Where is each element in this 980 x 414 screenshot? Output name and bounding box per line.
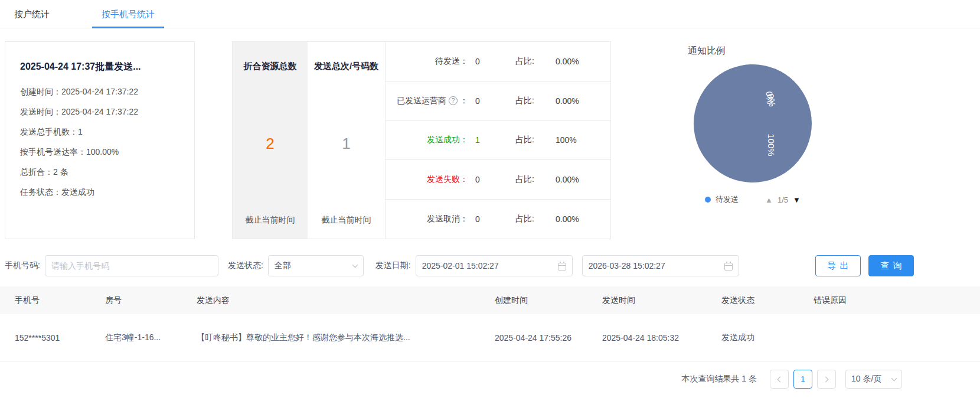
export-button[interactable]: 导出 xyxy=(815,255,861,276)
calendar-icon xyxy=(558,263,566,270)
col-room: 房号 xyxy=(105,295,197,306)
legend-label: 待发送 xyxy=(716,194,739,205)
ratio-value: 0.00% xyxy=(556,57,603,66)
phone-input[interactable] xyxy=(45,255,218,276)
cell-created: 2025-04-24 17:55:26 xyxy=(495,333,602,343)
ratio-label: 占比: xyxy=(515,56,556,67)
tab-by-phone[interactable]: 按手机号统计 xyxy=(92,0,164,28)
status-value: 0 xyxy=(468,57,515,66)
col-sent: 发送时间 xyxy=(602,295,721,306)
chevron-left-icon xyxy=(778,376,783,382)
stats-mid-block: 折合资源总数 2 截止当前时间 发送总次/号码数 1 截止当前时间 待发送： 0… xyxy=(232,41,611,239)
chevron-down-icon xyxy=(352,262,358,268)
task-field-created: 创建时间：2025-04-24 17:37:22 xyxy=(20,82,188,102)
status-row-sent-to-carrier: 已发送运营商 ? ： 0 占比: 0.00% xyxy=(386,82,610,121)
result-count-summary: 本次查询结果共 1 条 xyxy=(681,374,757,384)
status-label-colon: ： xyxy=(460,96,468,106)
ratio-label: 占比: xyxy=(515,214,556,224)
pagination-bar: 本次查询结果共 1 条 1 10 条/页 xyxy=(0,370,980,389)
send-total-footer: 截止当前时间 xyxy=(322,215,371,226)
table-header-row: 手机号 房号 发送内容 创建时间 发送时间 发送状态 错误原因 xyxy=(0,286,980,314)
page-size-value: 10 条/页 xyxy=(851,374,881,384)
status-label: 发送取消： xyxy=(386,214,468,224)
cell-room: 住宅3幢-1-16... xyxy=(105,332,197,343)
field-value: 2025-04-24 17:37:22 xyxy=(61,87,138,96)
cell-status: 发送成功 xyxy=(721,332,814,343)
task-field-delivery-rate: 按手机号送达率：100.00% xyxy=(20,142,188,162)
stats-band: 2025-04-24 17:37批量发送... 创建时间：2025-04-24 … xyxy=(0,41,980,239)
page-button-1[interactable]: 1 xyxy=(793,370,812,389)
date-end-value: 2026-03-28 15:02:27 xyxy=(589,261,665,270)
notification-ratio-panel: 通知比例 0% 0% 100% 待发送 ▲ 1/5 ▼ xyxy=(649,41,856,239)
status-label: 待发送： xyxy=(386,56,468,67)
table-row: 152****5301 住宅3幢-1-16... 【叮咚秘书】尊敬的业主您好！感… xyxy=(0,314,980,361)
status-label: 已发送运营商 ? ： xyxy=(386,96,468,106)
status-row-failed: 发送失败： 0 占比: 0.00% xyxy=(386,160,610,200)
cell-content: 【叮咚秘书】尊敬的业主您好！感谢您参与本次海选推选... xyxy=(197,332,495,343)
status-select-value: 全部 xyxy=(275,260,291,271)
next-page-button[interactable] xyxy=(817,370,836,389)
results-table: 手机号 房号 发送内容 创建时间 发送时间 发送状态 错误原因 152****5… xyxy=(0,286,980,361)
sms-statistics-page: 按户统计 按手机号统计 2025-04-24 17:37批量发送... 创建时间… xyxy=(0,0,980,414)
cell-phone: 152****5301 xyxy=(15,333,105,343)
cell-sent: 2025-04-24 18:05:32 xyxy=(602,333,721,343)
query-button[interactable]: 查询 xyxy=(868,255,914,276)
task-field-task-status: 任务状态：发送成功 xyxy=(20,182,188,202)
converted-resources-column: 折合资源总数 2 截止当前时间 xyxy=(233,42,308,239)
field-label: 创建时间： xyxy=(20,87,61,96)
task-field-total-phones: 发送总手机数：1 xyxy=(20,122,188,142)
date-filter-label: 发送日期: xyxy=(375,260,411,271)
status-filter-label: 发送状态: xyxy=(228,260,263,271)
ratio-label: 占比: xyxy=(515,135,556,145)
pie-legend: 待发送 ▲ 1/5 ▼ xyxy=(649,194,856,205)
task-title: 2025-04-24 17:37批量发送... xyxy=(20,61,188,73)
field-value: 100.00% xyxy=(86,147,119,157)
date-start-picker[interactable]: 2025-02-01 15:02:27 xyxy=(416,255,573,276)
field-value: 2 条 xyxy=(53,167,68,177)
field-value: 发送成功 xyxy=(61,187,94,197)
tab-by-household[interactable]: 按户统计 xyxy=(5,0,59,28)
filter-bar: 手机号码: 发送状态: 全部 发送日期: 2025-02-01 15:02:27… xyxy=(0,255,980,276)
converted-resources-header: 折合资源总数 xyxy=(239,60,302,73)
col-status: 发送状态 xyxy=(721,295,814,306)
field-label: 发送总手机数： xyxy=(20,127,78,136)
col-error: 错误原因 xyxy=(814,295,980,306)
ratio-value: 0.00% xyxy=(556,214,603,224)
col-content: 发送内容 xyxy=(197,295,495,306)
legend-pager-page: 1/5 xyxy=(778,195,788,204)
col-phone: 手机号 xyxy=(15,295,105,306)
status-value: 1 xyxy=(468,135,515,145)
legend-pager-up-icon[interactable]: ▲ xyxy=(765,195,773,204)
status-value: 0 xyxy=(468,214,515,224)
ratio-value: 0.00% xyxy=(556,96,603,106)
ratio-label: 占比: xyxy=(515,174,556,185)
date-end-picker[interactable]: 2026-03-28 15:02:27 xyxy=(582,255,739,276)
field-value: 2025-04-24 17:37:22 xyxy=(61,107,138,116)
send-total-value: 1 xyxy=(342,73,350,215)
send-total-header: 发送总次/号码数 xyxy=(309,60,383,73)
status-value: 0 xyxy=(468,175,515,184)
status-value: 0 xyxy=(468,96,515,106)
page-size-select[interactable]: 10 条/页 xyxy=(845,370,902,389)
field-label: 任务状态： xyxy=(20,187,61,197)
converted-resources-value: 2 xyxy=(266,73,274,215)
col-created: 创建时间 xyxy=(495,295,602,306)
field-value: 1 xyxy=(78,127,83,136)
pie-title: 通知比例 xyxy=(688,45,856,57)
status-row-pending: 待发送： 0 占比: 0.00% xyxy=(386,42,610,82)
pie-slice-label-zero: 0% xyxy=(766,93,778,107)
field-label: 按手机号送达率： xyxy=(20,147,86,157)
prev-page-button[interactable] xyxy=(770,370,789,389)
legend-dot-icon xyxy=(705,197,711,203)
ratio-value: 0.00% xyxy=(556,175,603,184)
pie-chart: 0% 0% 100% xyxy=(694,64,812,182)
status-row-success: 发送成功： 1 占比: 100% xyxy=(386,121,610,161)
help-icon[interactable]: ? xyxy=(449,96,458,105)
status-label: 发送成功： xyxy=(386,135,468,145)
send-total-column: 发送总次/号码数 1 截止当前时间 xyxy=(308,42,385,239)
status-select[interactable]: 全部 xyxy=(268,255,364,276)
task-field-sent: 发送时间：2025-04-24 17:37:22 xyxy=(20,102,188,122)
legend-pager-down-icon[interactable]: ▼ xyxy=(793,195,801,204)
task-card: 2025-04-24 17:37批量发送... 创建时间：2025-04-24 … xyxy=(5,41,195,239)
pie-slice-label-hundred: 100% xyxy=(766,133,776,156)
